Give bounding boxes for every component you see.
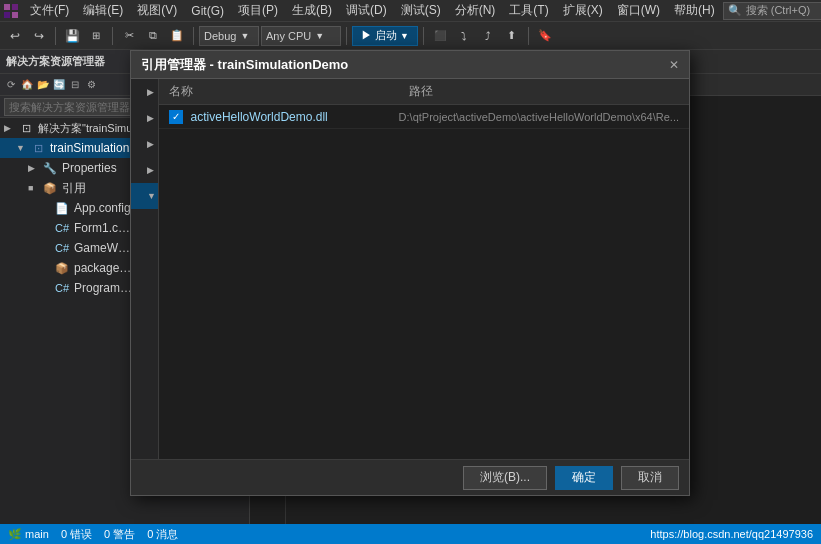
row-checkbox[interactable] [169,110,183,124]
home-icon[interactable]: 🏠 [20,78,34,92]
save-all-button[interactable]: ⊞ [85,25,107,47]
dll-name: activeHelloWorldDemo.dll [191,110,391,124]
dialog-nav-browse[interactable]: ▼ 浏览 [131,183,158,209]
toolbar: ↩ ↪ 💾 ⊞ ✂ ⧉ 📋 Debug ▼ Any CPU ▼ ▶ 启动 ▼ ⬛… [0,22,821,50]
status-branch[interactable]: 🌿 main [8,528,49,541]
tree-references-label: 引用 [62,180,86,197]
dialog-nav-assemblies[interactable]: ▶ 程序集 [131,79,158,105]
status-messages[interactable]: 0 消息 [147,527,178,542]
table-row[interactable]: activeHelloWorldDemo.dll D:\qtProject\ac… [159,105,689,129]
col-path-header: 路径 [409,83,433,100]
dialog-title-bar: 引用管理器 - trainSimulationDemo ✕ [131,51,689,79]
chevron-assemblies-icon: ▶ [147,87,154,97]
properties-folder-icon: 🔧 [42,160,58,176]
chevron-solution-icon: ▶ [4,123,18,133]
menu-extensions[interactable]: 扩展(X) [557,0,609,21]
step-into-button[interactable]: ⤴ [477,25,499,47]
toolbar-separator-6 [528,27,529,45]
tree-appconfig-label: App.config [74,201,131,215]
dialog-close-button[interactable]: ✕ [669,58,679,72]
dialog-table: activeHelloWorldDemo.dll D:\qtProject\ac… [159,105,689,459]
status-bar: 🌿 main 0 错误 0 警告 0 消息 https://blog.csdn.… [0,524,821,544]
platform-dropdown[interactable]: Any CPU ▼ [261,26,341,46]
svg-rect-3 [12,12,18,18]
config-label: Debug [204,30,236,42]
dialog-table-header: 名称 路径 [159,79,689,105]
program-icon: C# [54,280,70,296]
collapse-icon[interactable]: ⊟ [68,78,82,92]
cut-button[interactable]: ✂ [118,25,140,47]
sync-icon[interactable]: ⟳ [4,78,18,92]
config-dropdown[interactable]: Debug ▼ [199,26,259,46]
chevron-browse-icon: ▼ [147,191,156,201]
tree-form1-label: Form1.c… [74,221,130,235]
menu-git[interactable]: Git(G) [185,2,230,20]
paste-button[interactable]: 📋 [166,25,188,47]
references-icon: 📦 [42,180,58,196]
properties-icon[interactable]: ⚙ [84,78,98,92]
menu-tools[interactable]: 工具(T) [503,0,554,21]
chevron-projects-icon: ▶ [147,113,154,123]
undo-button[interactable]: ↩ [4,25,26,47]
show-all-files-icon[interactable]: 📂 [36,78,50,92]
toolbar-separator-4 [346,27,347,45]
toolbar-separator-1 [55,27,56,45]
global-search-box[interactable]: 🔍 搜索 (Ctrl+Q) [723,2,821,20]
col-name-header: 名称 [169,83,389,100]
dialog-footer: 浏览(B)... 确定 取消 [131,459,689,495]
browse-button[interactable]: 浏览(B)... [463,466,547,490]
cancel-button[interactable]: 取消 [621,466,679,490]
sidebar-title: 解决方案资源管理器 [6,54,105,69]
menu-build[interactable]: 生成(B) [286,0,338,21]
tree-program-label: Program… [74,281,132,295]
dialog-title: 引用管理器 - trainSimulationDemo [141,56,348,74]
refresh-icon[interactable]: 🔄 [52,78,66,92]
dialog-nav-com[interactable]: ▶ COM [131,157,158,183]
tree-package-label: package… [74,261,131,275]
step-out-button[interactable]: ⬆ [501,25,523,47]
menu-project[interactable]: 项目(P) [232,0,284,21]
bookmark-button[interactable]: 🔖 [534,25,556,47]
menu-view[interactable]: 视图(V) [131,0,183,21]
dialog-body: ▶ 程序集 ▶ 项目 ▶ 共享的项目 ▶ COM ▼ 浏览 ▶ 最近 [131,79,689,459]
platform-chevron-icon: ▼ [315,31,324,41]
menu-window[interactable]: 窗口(W) [611,0,666,21]
toolbar-separator-5 [423,27,424,45]
redo-button[interactable]: ↪ [28,25,50,47]
search-placeholder: 搜索 (Ctrl+Q) [746,3,810,18]
dialog-right-content: 名称 路径 activeHelloWorldDemo.dll D:\qtProj… [159,79,689,459]
svg-rect-2 [4,12,10,18]
menu-file[interactable]: 文件(F) [24,0,75,21]
toolbar-separator-3 [193,27,194,45]
status-warnings[interactable]: 0 警告 [104,527,135,542]
status-blog-url: https://blog.csdn.net/qq21497936 [650,528,813,540]
toolbar-separator-2 [112,27,113,45]
status-left: 🌿 main 0 错误 0 警告 0 消息 [8,527,178,542]
svg-rect-1 [12,4,18,10]
menu-analyze[interactable]: 分析(N) [449,0,502,21]
project-icon: ⊡ [30,140,46,156]
status-errors[interactable]: 0 错误 [61,527,92,542]
start-label: ▶ 启动 [361,28,397,43]
appconfig-icon: 📄 [54,200,70,216]
solution-icon: ⊡ [18,120,34,136]
dialog-nav-recent[interactable]: ▶ 最近 [131,209,159,235]
dialog-nav-shared[interactable]: ▶ 共享的项目 [131,131,158,157]
menu-edit[interactable]: 编辑(E) [77,0,129,21]
menu-bar: 文件(F) 编辑(E) 视图(V) Git(G) 项目(P) 生成(B) 调试(… [0,0,821,22]
start-button[interactable]: ▶ 启动 ▼ [352,26,418,46]
status-right: https://blog.csdn.net/qq21497936 [650,528,813,540]
save-button[interactable]: 💾 [61,25,83,47]
menu-debug[interactable]: 调试(D) [340,0,393,21]
menu-help[interactable]: 帮助(H) [668,0,721,21]
ok-button[interactable]: 确定 [555,466,613,490]
copy-button[interactable]: ⧉ [142,25,164,47]
form1-icon: C# [54,220,70,236]
breakpoints-button[interactable]: ⬛ [429,25,451,47]
gamew-icon: C# [54,240,70,256]
search-icon: 🔍 [728,4,742,17]
step-over-button[interactable]: ⤵ [453,25,475,47]
chevron-properties-icon: ▶ [28,163,42,173]
dialog-nav-projects[interactable]: ▶ 项目 [131,105,158,131]
menu-test[interactable]: 测试(S) [395,0,447,21]
